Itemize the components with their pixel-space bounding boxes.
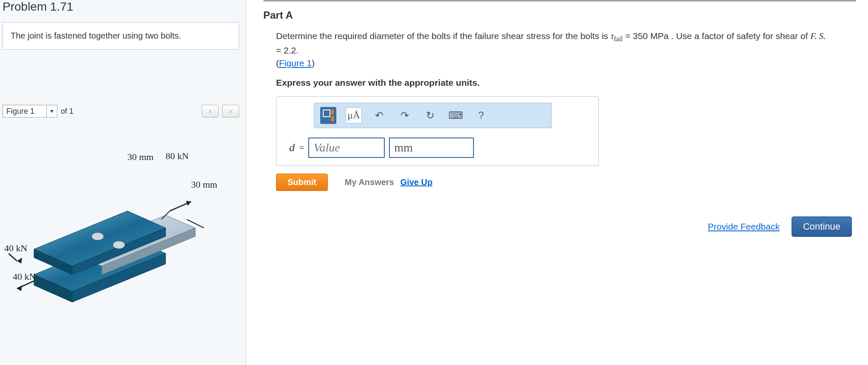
chevron-left-icon: ‹ [209, 108, 211, 115]
left-panel: Problem 1.71 The joint is fastened toget… [0, 0, 246, 365]
redo-icon: ↷ [400, 110, 409, 121]
dim-label-1: 30 mm [127, 152, 154, 163]
provide-feedback-link[interactable]: Provide Feedback [708, 222, 780, 232]
keyboard-icon: ⌨ [448, 110, 463, 121]
give-up-link[interactable]: Give Up [400, 177, 433, 187]
problem-title: Problem 1.71 [0, 0, 242, 22]
reset-button[interactable]: ↻ [422, 107, 438, 124]
equals-sign: = [299, 142, 304, 153]
instruction-text: Express your answer with the appropriate… [276, 78, 856, 88]
chevron-down-icon: ▼ [47, 108, 57, 114]
figure-count: of 1 [61, 107, 73, 116]
figure-select[interactable]: Figure 1 ▼ [3, 105, 57, 118]
force-label-top: 80 kN [166, 151, 189, 162]
svg-marker-15 [17, 285, 22, 291]
submit-button[interactable]: Submit [276, 174, 328, 191]
question-text: Determine the required diameter of the b… [276, 30, 828, 70]
part-heading: Part A [263, 9, 856, 21]
redo-button[interactable]: ↷ [397, 107, 413, 124]
unit-input[interactable] [389, 138, 474, 158]
help-button[interactable]: ? [473, 107, 489, 124]
figure-image: 30 mm 80 kN 30 mm 40 kN 40 kN [0, 135, 242, 361]
dim-label-2: 30 mm [191, 179, 217, 190]
undo-icon: ↶ [375, 110, 383, 121]
force-label-left-1: 40 kN [4, 243, 27, 254]
templates-button[interactable] [320, 107, 336, 124]
templates-icon [320, 107, 336, 124]
answer-links: My Answers Give Up [345, 177, 433, 187]
reset-icon: ↻ [426, 110, 434, 121]
svg-marker-13 [17, 258, 22, 264]
chevron-right-icon: › [230, 108, 232, 115]
my-answers-label: My Answers [345, 177, 394, 187]
svg-point-8 [92, 233, 104, 240]
bottom-row: Provide Feedback Continue [263, 216, 856, 237]
problem-statement: The joint is fastened together using two… [3, 22, 239, 50]
variable-label: d [289, 141, 295, 154]
figure-link[interactable]: Figure 1 [279, 58, 312, 68]
force-label-left-2: 40 kN [13, 271, 36, 282]
answer-box: μÅ ↶ ↷ ↻ ⌨ ? d = [276, 96, 599, 166]
units-icon-label: μÅ [347, 110, 360, 121]
svg-line-12 [8, 253, 17, 261]
svg-point-9 [113, 241, 125, 249]
figure-prev-button[interactable]: ‹ [202, 105, 219, 118]
figure-select-label: Figure 1 [3, 106, 47, 117]
units-button[interactable]: μÅ [346, 107, 362, 124]
action-row: Submit My Answers Give Up [276, 174, 856, 191]
answer-input-row: d = [289, 138, 591, 158]
help-icon: ? [478, 110, 484, 121]
undo-button[interactable]: ↶ [371, 107, 387, 124]
divider [263, 0, 856, 2]
continue-button[interactable]: Continue [792, 216, 852, 237]
figure-next-button[interactable]: › [222, 105, 239, 118]
value-input[interactable] [308, 138, 385, 158]
right-panel: Part A Determine the required diameter o… [246, 0, 868, 365]
equation-toolbar: μÅ ↶ ↷ ↻ ⌨ ? [314, 103, 552, 128]
figure-nav-bar: Figure 1 ▼ of 1 ‹ › [3, 105, 239, 118]
keyboard-button[interactable]: ⌨ [448, 107, 464, 124]
